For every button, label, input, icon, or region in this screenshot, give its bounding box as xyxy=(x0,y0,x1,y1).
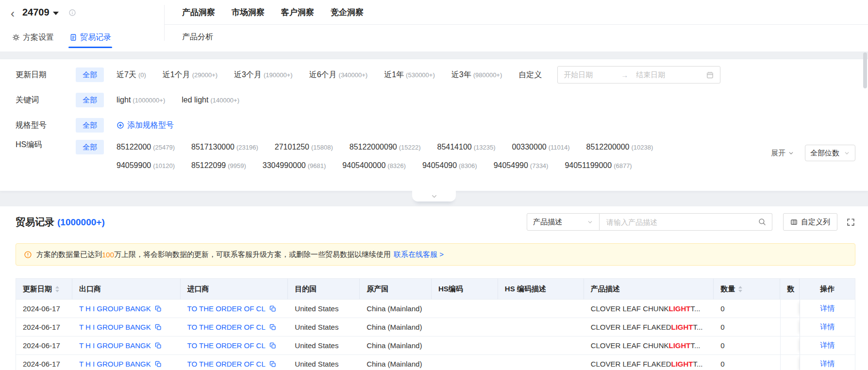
copy-icon[interactable] xyxy=(155,361,162,368)
filter-all-chip[interactable]: 全部 xyxy=(76,93,104,107)
filter-all-chip[interactable]: 全部 xyxy=(76,118,104,133)
importer-link[interactable]: TO THE ORDER OF CL xyxy=(187,304,266,313)
plus-circle-icon xyxy=(117,121,124,129)
detail-link[interactable]: 详情 xyxy=(820,359,835,369)
insight-tab[interactable]: 市场洞察 xyxy=(232,7,265,18)
filter-option[interactable]: 近1个月 (29000+) xyxy=(163,70,217,80)
cell-update-date: 2024-06-17 xyxy=(16,355,72,370)
search-field-select[interactable]: 产品描述 xyxy=(527,213,600,231)
table-header-row: 更新日期 出口商 进口商 目的国 原产国 HS编码 HS 编码描述 产品描述 数… xyxy=(16,279,855,299)
table-row: 2024-06-17 T H I GROUP BANGK TO THE ORDE… xyxy=(16,354,855,370)
cell-actions: 详情 xyxy=(800,300,855,318)
hs-code-option[interactable]: 8517130000 (23196) xyxy=(191,143,258,151)
importer-link[interactable]: TO THE ORDER OF CL xyxy=(187,323,266,331)
sort-icon[interactable] xyxy=(738,286,742,292)
filter-option[interactable]: 近3个月 (190000+) xyxy=(234,70,293,80)
expand-button[interactable]: 展开 xyxy=(771,149,794,158)
hs-code-option[interactable]: 3304990000 (9681) xyxy=(263,161,326,170)
hs-code-option[interactable]: 94054090 (8306) xyxy=(422,161,477,170)
scrollbar[interactable] xyxy=(863,0,868,370)
search-icon[interactable] xyxy=(758,218,767,226)
filter-option[interactable]: light (1000000+) xyxy=(117,96,165,104)
col-destination: 目的国 xyxy=(288,279,360,299)
end-date-input[interactable]: 结束日期 xyxy=(636,70,693,80)
copy-icon[interactable] xyxy=(269,361,276,368)
filter-option[interactable]: led light (140000+) xyxy=(182,96,239,104)
date-range-picker[interactable]: 开始日期 → 结束日期 xyxy=(557,66,720,84)
exporter-link[interactable]: T H I GROUP BANGK xyxy=(79,360,151,368)
plan-selector[interactable]: 24709 xyxy=(22,7,76,18)
cell-update-date: 2024-06-17 xyxy=(16,318,72,336)
filter-option[interactable]: 自定义 xyxy=(518,70,544,80)
fullscreen-icon[interactable] xyxy=(846,218,855,227)
insight-tab[interactable]: 竞企洞察 xyxy=(331,7,364,18)
detail-link[interactable]: 详情 xyxy=(820,304,835,313)
scrollbar-thumb[interactable] xyxy=(863,52,867,88)
importer-link[interactable]: TO THE ORDER OF CL xyxy=(187,341,266,350)
tab-product-analysis[interactable]: 产品分析 xyxy=(182,32,213,42)
col-importer: 进口商 xyxy=(181,279,288,299)
search-input[interactable] xyxy=(600,213,772,231)
hs-code-option[interactable]: 85122099 (9959) xyxy=(191,161,246,170)
contact-support-link[interactable]: 联系在线客服 > xyxy=(394,250,444,259)
hs-code-count: (13235) xyxy=(474,144,496,151)
product-text-post: T... xyxy=(693,360,703,368)
filter-option[interactable]: 近6个月 (340000+) xyxy=(309,70,368,80)
copy-icon[interactable] xyxy=(155,342,162,349)
insight-tab[interactable]: 客户洞察 xyxy=(281,7,314,18)
hs-code-option[interactable]: 94051199000 (6877) xyxy=(565,161,632,170)
filter-option-count: (190000+) xyxy=(264,71,293,79)
hs-code-option[interactable]: 85414100 (13235) xyxy=(437,143,496,151)
copy-icon[interactable] xyxy=(269,324,276,331)
insight-tab[interactable]: 产品洞察 xyxy=(182,7,215,18)
exporter-link[interactable]: T H I GROUP BANGK xyxy=(79,341,151,350)
info-icon[interactable] xyxy=(68,9,76,17)
filter-label: HS编码 xyxy=(16,140,76,150)
filter-option[interactable]: 近1年 (530000+) xyxy=(384,70,435,80)
back-icon[interactable]: ‹ xyxy=(11,8,15,19)
hs-code-value: 8512200000 xyxy=(586,143,630,151)
importer-link[interactable]: TO THE ORDER OF CL xyxy=(187,360,266,368)
hs-code-option[interactable]: 00330000 (11014) xyxy=(512,143,570,151)
tab-plan-settings[interactable]: 方案设置 xyxy=(12,33,54,43)
copy-icon[interactable] xyxy=(155,324,162,331)
chevron-down-icon xyxy=(431,193,438,200)
table-row: 2024-06-17 T H I GROUP BANGK TO THE ORDE… xyxy=(16,336,855,354)
chevron-down-icon xyxy=(53,12,59,15)
hs-code-option[interactable]: 85122000090 (15222) xyxy=(350,143,421,151)
add-spec-label: 添加规格型号 xyxy=(127,120,174,131)
custom-columns-button[interactable]: 自定义列 xyxy=(783,213,837,231)
cell-hs-code xyxy=(432,300,498,318)
filter-all-chip[interactable]: 全部 xyxy=(76,140,104,154)
digits-select[interactable]: 全部位数 xyxy=(805,145,855,161)
add-spec-button[interactable]: 添加规格型号 xyxy=(117,120,174,131)
detail-link[interactable]: 详情 xyxy=(820,322,835,332)
hs-code-count: (9959) xyxy=(228,162,246,169)
filter-all-chip[interactable]: 全部 xyxy=(76,67,104,82)
sort-icon[interactable] xyxy=(55,286,59,292)
copy-icon[interactable] xyxy=(155,305,162,312)
hs-code-option[interactable]: 85122000 (25479) xyxy=(117,143,175,151)
detail-link[interactable]: 详情 xyxy=(820,341,835,350)
filter-option[interactable]: 近3年 (980000+) xyxy=(451,70,502,80)
cell-hs-code xyxy=(432,355,498,370)
start-date-input[interactable]: 开始日期 xyxy=(564,70,621,80)
collapse-filters-handle[interactable] xyxy=(412,191,456,202)
hs-code-count: (8326) xyxy=(387,162,406,169)
hs-code-option[interactable]: 27101250 (15808) xyxy=(275,143,333,151)
copy-icon[interactable] xyxy=(269,305,276,312)
hs-code-option[interactable]: 8512200000 (10238) xyxy=(586,143,653,151)
hs-code-option[interactable]: 94054990 (7334) xyxy=(494,161,549,170)
exporter-link[interactable]: T H I GROUP BANGK xyxy=(79,323,151,331)
tab-trade-records-label: 贸易记录 xyxy=(80,33,111,43)
hs-code-option[interactable]: 94059900 (10120) xyxy=(117,161,175,170)
copy-icon[interactable] xyxy=(269,342,276,349)
exporter-link[interactable]: T H I GROUP BANGK xyxy=(79,304,151,313)
hs-code-option[interactable]: 9405400000 (8326) xyxy=(342,161,406,170)
filter-option[interactable]: 近7天 (0) xyxy=(117,70,146,80)
tab-trade-records[interactable]: 贸易记录 xyxy=(69,33,111,43)
hs-code-count: (11014) xyxy=(549,144,570,151)
hs-code-count: (15222) xyxy=(399,144,421,151)
hs-code-count: (6877) xyxy=(614,162,632,169)
col-hs-desc: HS 编码描述 xyxy=(498,279,584,299)
